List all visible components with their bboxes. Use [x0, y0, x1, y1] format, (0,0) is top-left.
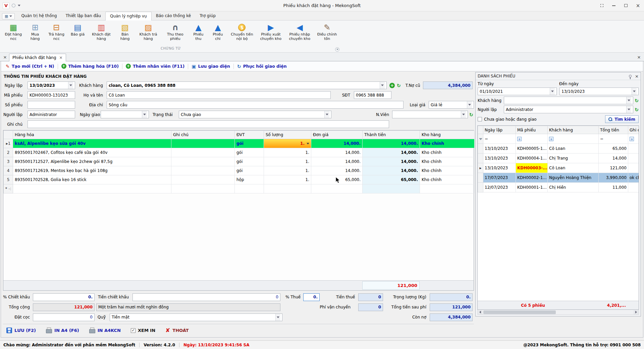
cell-total[interactable]: 3,990,000 — [599, 173, 628, 183]
ribbon-button-mua-hang[interactable]: ⊞Mua hàng — [25, 21, 45, 47]
menu-tab-thiet-lap-ban-dau[interactable]: Thiết lập ban đầu — [61, 12, 105, 20]
new-order-button[interactable]: ✎Tạo mới (Ctrl + N) — [2, 64, 58, 69]
col-header-kho-hang[interactable]: Kho hàng — [420, 131, 475, 139]
cell-qty[interactable] — [264, 184, 311, 193]
menu-tab-quan-tri-he-thong[interactable]: Quản trị hệ thống — [17, 12, 61, 20]
nguoi-lap-input[interactable]: Administrator — [28, 111, 75, 118]
save-layout-button[interactable]: ▣Lưu giao diện — [188, 64, 233, 69]
cell-warehouse[interactable]: Kho chính — [420, 139, 475, 148]
cell-note[interactable] — [171, 157, 235, 166]
cell-price[interactable]: 14,000. — [311, 166, 363, 175]
scroll-right-button[interactable] — [634, 310, 639, 314]
menu-tab-tro-giup[interactable]: Trợ giúp — [195, 12, 220, 20]
col-header-ngay-lap[interactable]: Ngày lập — [483, 126, 516, 134]
col-header-thanh-tien[interactable]: Thành tiền — [363, 131, 420, 139]
cell-date[interactable]: 12/07/2023 — [483, 183, 516, 192]
filter-khach-hang[interactable]: a — [548, 134, 599, 144]
dropdown-button[interactable] — [626, 106, 631, 113]
app-menu-button[interactable]: ▦ — [2, 13, 15, 19]
maximize-button[interactable] — [620, 0, 632, 11]
dropdown-button[interactable] — [626, 97, 631, 104]
doc-tab-phieu-khach-dat-hang[interactable]: Phiếu khách đặt hàng × — [9, 54, 66, 61]
cell-qty[interactable]: 1. — [264, 148, 311, 157]
tu-ngay-input[interactable]: 01/10/2021 — [478, 88, 557, 95]
minimize-button[interactable] — [608, 0, 620, 11]
preview-print-checkbox[interactable]: ✓XEM IN — [131, 328, 155, 333]
cell-date[interactable]: 13/10/2023 — [483, 144, 516, 154]
qty-dropdown-icon[interactable] — [307, 143, 309, 144]
item-new-row[interactable]: * -: — [4, 184, 475, 193]
col-header-khach-hang[interactable]: Khách hàng — [548, 126, 599, 134]
add-customer-button[interactable]: + — [389, 83, 395, 88]
quick-access-chevron-icon[interactable] — [18, 5, 20, 6]
col-header-dvt[interactable]: ĐVT — [235, 131, 264, 139]
cell-note[interactable] — [628, 183, 639, 192]
voucher-row-3-current[interactable]: ▸ 13/10/2023 KDH00003-... Cô Loan 121,00… — [478, 163, 639, 173]
filter-tong-tien[interactable]: = — [599, 134, 628, 144]
search-button[interactable]: Tìm kiếm — [605, 115, 639, 123]
cell-customer[interactable]: Nguyễn Hoàng Thiện — [548, 173, 599, 183]
den-ngay-input[interactable]: 13/10/2023 — [559, 88, 639, 95]
ribbon-button-phieu-xuat-chuyen-kho[interactable]: ▶Phiếu xuất chuyển kho — [256, 21, 285, 47]
cell-qty[interactable]: 1. — [264, 139, 311, 148]
pin-icon[interactable] — [629, 75, 632, 77]
fullscreen-button[interactable] — [596, 0, 608, 11]
dropdown-button[interactable] — [461, 111, 466, 118]
quick-access-icon[interactable] — [12, 4, 15, 7]
item-row-5[interactable]: 5 8935001702528, Golia kẹo 16 stick hộp … — [4, 175, 475, 184]
cell-code[interactable]: KDH00002-1... — [516, 173, 548, 183]
col-header-so-luong[interactable]: Số lượng — [264, 131, 311, 139]
cell-qty[interactable]: 1. — [264, 175, 311, 184]
phi-van-chuyen-field[interactable]: 0 — [358, 303, 383, 311]
ho-ten-input[interactable]: Cô Loan — [107, 91, 331, 99]
dropdown-button[interactable] — [380, 82, 385, 89]
col-header-ma-phieu[interactable]: Mã phiếu — [516, 126, 548, 134]
ribbon-button-dieu-chinh-ton[interactable]: ✎Điều chỉnh tồn — [314, 21, 340, 47]
cell-note[interactable] — [171, 184, 235, 193]
cell-price[interactable]: 14,000. — [311, 157, 363, 166]
ribbon-button-dat-hang-ncc[interactable]: ▦Đặt hàng ncc — [1, 21, 25, 47]
cell-customer[interactable]: Cô Loan — [548, 163, 599, 173]
item-row-2[interactable]: 2 8935001702467, Cofitos kẹo café sữa gó… — [4, 148, 475, 157]
cell-total[interactable]: 121,000 — [599, 163, 628, 173]
ribbon-button-khach-tra-hang[interactable]: ▨Khách trả hàng — [135, 21, 162, 47]
cell-warehouse[interactable] — [420, 184, 475, 193]
close-button[interactable]: × — [632, 0, 644, 11]
ribbon-button-thu-theo-phieu[interactable]: ∩Thu theo phiếu — [162, 21, 189, 47]
loai-gia-combo[interactable]: Giá lẻ — [429, 101, 474, 109]
refresh-employee-icon[interactable]: ↻ — [469, 112, 473, 117]
cell-note[interactable] — [171, 139, 235, 148]
cell-unit[interactable]: gói — [235, 166, 264, 175]
cell-note[interactable] — [628, 163, 639, 173]
col-header-hang-hoa[interactable]: Hàng hóa — [13, 131, 171, 139]
cell-unit[interactable]: gói — [235, 148, 264, 157]
quy-combo[interactable]: Tiền mặt — [110, 313, 282, 321]
sdt-input[interactable]: 0965 388 888 — [354, 91, 391, 99]
cell-name[interactable]: 8935001702467, Cofitos kẹo café sữa gói … — [13, 148, 171, 157]
exit-button[interactable]: ✘THOÁT — [165, 328, 189, 333]
dropdown-button[interactable] — [142, 111, 147, 118]
cell-qty[interactable]: 1. — [264, 157, 311, 166]
cell-date[interactable]: 13/10/2023 — [483, 163, 516, 173]
scrollbar-thumb[interactable] — [483, 310, 556, 314]
add-item-button[interactable]: +Thêm hàng hóa (F10) — [58, 64, 122, 69]
cell-unit[interactable]: hộp — [235, 175, 264, 184]
ribbon-button-phieu-thu[interactable]: ▲Phiếu thu — [189, 21, 208, 47]
dropdown-button[interactable] — [467, 101, 472, 108]
cell-name[interactable]: ksAl, Alpenlibe kẹo sữa gói 40v — [13, 139, 171, 148]
print-a4-button[interactable]: IN A4 (F6) — [46, 328, 79, 333]
ribbon-button-phieu-chi[interactable]: ▲Phiếu chi — [208, 21, 227, 47]
checkbox-checked-icon[interactable]: ✓ — [131, 328, 136, 333]
thue-pct-input[interactable]: 0. — [303, 293, 320, 301]
voucher-row-5[interactable]: 12/07/2023 KDH00001-1... Chị Hiền 11,000 — [478, 183, 639, 192]
ribbon-button-chuyen-tien-noi-bo[interactable]: $Chuyển tiền nội bộ — [227, 21, 256, 47]
cell-note[interactable] — [171, 175, 235, 184]
voucher-row-1[interactable]: 13/10/2023 KDH00005-1... Cô Loan 65,000 — [478, 144, 639, 154]
dropdown-button[interactable] — [632, 88, 637, 95]
cell-warehouse[interactable]: Kho chính — [420, 166, 475, 175]
ribbon-button-tra-hang-ncc[interactable]: ⊟Trả hàng ncc — [45, 21, 68, 47]
cell-customer[interactable]: Chị Trang — [548, 154, 599, 163]
cell-note[interactable] — [171, 166, 235, 175]
ngay-giao-combo[interactable] — [101, 111, 149, 118]
add-employee-button[interactable]: +Thêm nhân viên (F11) — [122, 64, 188, 69]
